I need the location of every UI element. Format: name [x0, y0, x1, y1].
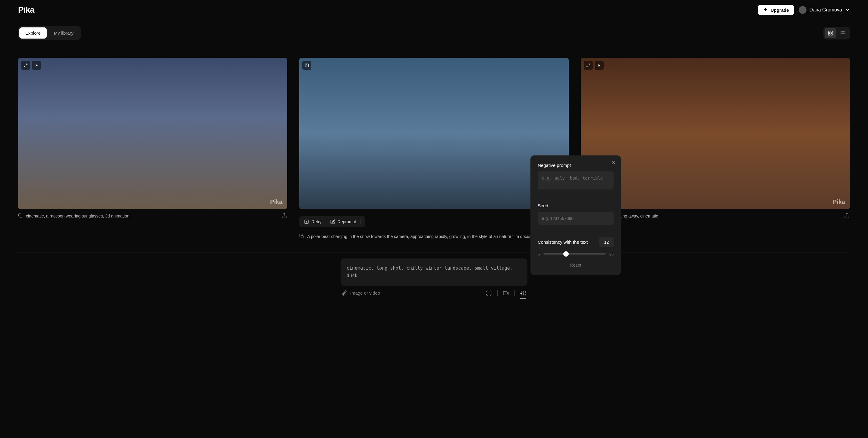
play-icon	[34, 63, 38, 67]
thumb-controls	[21, 61, 41, 70]
consistency-label: Consistency with the text	[538, 239, 588, 245]
retry-button[interactable]: Retry	[304, 219, 321, 224]
sliders-icon	[520, 290, 526, 296]
retry-label: Retry	[311, 219, 321, 224]
card-meta: A polar bear charging in the snow toward…	[299, 233, 568, 240]
negative-prompt-label: Negative prompt	[538, 163, 614, 168]
view-toggle	[824, 27, 850, 39]
card-actions: Retry Reprompt	[299, 214, 568, 230]
thumbnail[interactable]: Pika	[581, 58, 850, 209]
share-button[interactable]	[844, 213, 850, 219]
share-icon	[844, 213, 850, 219]
pika-logo[interactable]: Pika	[18, 5, 34, 15]
thumbnail[interactable]: Pika	[18, 58, 287, 209]
prompt-input[interactable]	[341, 259, 527, 286]
watermark: Pika	[833, 199, 845, 205]
seed-section: Seed	[538, 203, 614, 231]
section-divider	[18, 252, 850, 252]
app-header: Pika Upgrade Daria Gromova	[0, 0, 868, 20]
svg-rect-5	[841, 33, 845, 35]
prompt-icons	[486, 290, 526, 296]
toolbar: Explore My library	[0, 20, 868, 46]
thumb-controls	[584, 61, 604, 70]
expand-button[interactable]	[21, 61, 30, 70]
header-right: Upgrade Daria Gromova	[758, 5, 850, 15]
attach-button[interactable]: Image or video	[342, 291, 380, 296]
tab-library[interactable]: My library	[48, 27, 80, 39]
grid-view-button[interactable]	[825, 28, 836, 38]
image-icon	[305, 63, 309, 67]
close-button[interactable]	[611, 160, 616, 165]
grid-icon	[828, 30, 833, 36]
play-button[interactable]	[595, 61, 604, 70]
prompt-controls: Image or video	[341, 287, 527, 299]
svg-rect-6	[20, 215, 22, 217]
copy-icon[interactable]	[18, 213, 23, 218]
settings-button[interactable]	[520, 290, 526, 296]
expand-button[interactable]	[584, 61, 593, 70]
settings-popover: Negative prompt Seed Consistency with th…	[530, 156, 621, 275]
attach-label: Image or video	[350, 291, 380, 296]
svg-rect-1	[831, 31, 832, 33]
svg-rect-10	[301, 236, 303, 238]
watermark: Pika	[270, 199, 282, 205]
slider-min: 5	[538, 252, 540, 256]
copy-icon[interactable]	[299, 234, 304, 239]
svg-rect-12	[503, 291, 507, 295]
reset-button[interactable]: Reset	[538, 259, 614, 268]
consistency-row: Consistency with the text 12	[538, 237, 614, 247]
upgrade-button[interactable]: Upgrade	[758, 5, 794, 15]
reprompt-label: Reprompt	[338, 219, 356, 224]
gallery: Pika cinematic, a raccoon wearing sungla…	[0, 46, 868, 252]
image-button[interactable]	[302, 61, 311, 70]
share-button[interactable]	[281, 213, 287, 219]
consistency-section: Consistency with the text 12 5 25	[538, 237, 614, 256]
prompt-bar: Image or video Negative prompt S	[341, 259, 527, 299]
action-group: Retry Reprompt	[299, 216, 365, 227]
card-description-row: A polar bear charging in the snow toward…	[299, 233, 568, 240]
video-card: Retry Reprompt A polar bear charging in …	[299, 58, 568, 240]
chevron-down-icon	[845, 7, 850, 12]
negative-prompt-input[interactable]	[538, 171, 614, 190]
svg-rect-0	[828, 31, 830, 33]
card-description: A polar bear charging in the snow toward…	[307, 233, 538, 240]
video-icon	[503, 290, 509, 296]
reprompt-button[interactable]: Reprompt	[330, 219, 356, 224]
thumbnail[interactable]	[299, 58, 568, 209]
nav-tabs: Explore My library	[18, 26, 81, 40]
user-menu[interactable]: Daria Gromova	[799, 6, 850, 14]
consistency-value: 12	[599, 237, 614, 247]
video-card: Pika an astronaut walking away, cinemati…	[581, 58, 850, 240]
aspect-icon	[486, 290, 492, 296]
svg-point-8	[306, 64, 307, 65]
play-icon	[597, 63, 601, 67]
user-name: Daria Gromova	[809, 7, 842, 13]
seed-label: Seed	[538, 203, 614, 208]
card-description-row: cinematic, a raccoon wearing sunglasses,…	[18, 213, 278, 219]
separator	[497, 291, 498, 296]
upgrade-label: Upgrade	[771, 7, 789, 13]
card-description: cinematic, a raccoon wearing sunglasses,…	[26, 213, 129, 219]
slider-max: 25	[610, 252, 614, 256]
close-icon	[611, 160, 616, 165]
negative-prompt-section: Negative prompt	[538, 163, 614, 197]
aspect-button[interactable]	[486, 290, 492, 296]
svg-rect-3	[831, 33, 832, 35]
slider-row: 5 25	[538, 252, 614, 256]
edit-icon	[330, 219, 335, 224]
seed-input[interactable]	[538, 212, 614, 225]
card-meta: cinematic, a raccoon wearing sunglasses,…	[18, 213, 287, 219]
consistency-slider[interactable]	[544, 254, 606, 255]
video-button[interactable]	[503, 290, 509, 296]
play-button[interactable]	[32, 61, 41, 70]
tab-explore[interactable]: Explore	[19, 27, 47, 39]
card-meta: an astronaut walking away, cinematic	[581, 213, 850, 219]
separator	[515, 291, 515, 296]
thumb-controls	[302, 61, 311, 70]
separator	[360, 219, 361, 224]
expand-icon	[586, 63, 590, 67]
list-view-button[interactable]	[837, 28, 849, 38]
share-icon	[281, 213, 287, 219]
separator	[326, 219, 326, 224]
avatar	[799, 6, 807, 14]
